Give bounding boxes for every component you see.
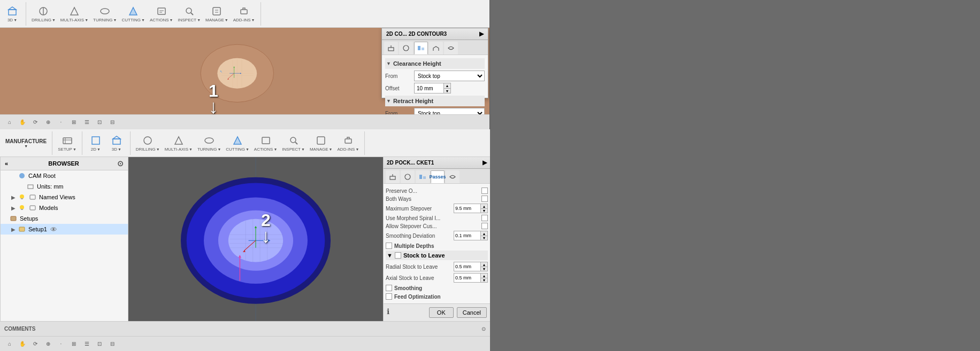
- dialog-content-left: ▼ Clearance Height From Stock top Offset…: [382, 55, 488, 114]
- both-ways-check[interactable]: [481, 196, 488, 202]
- 2d-icon: [89, 134, 102, 147]
- axial-up[interactable]: ▲: [480, 273, 488, 278]
- cancel-button-right[interactable]: Cancel: [457, 307, 487, 318]
- toolbar-btn-3d-right[interactable]: 3D ▼: [106, 131, 127, 155]
- toolbar-btn-actions-r[interactable]: ACTIONS ▼: [252, 131, 280, 155]
- toolbar-btn-manage[interactable]: MANAGE ▼: [203, 2, 231, 26]
- dialog-expand-right[interactable]: ▶: [483, 159, 487, 166]
- tree-item-camroot[interactable]: CAM Root: [1, 170, 128, 181]
- status-dot[interactable]: ·: [56, 117, 66, 128]
- r-status-pan[interactable]: ✋: [17, 339, 28, 349]
- section-stock-to-leave[interactable]: ▼ Stock to Leave: [386, 251, 488, 260]
- r-status-home[interactable]: ⌂: [4, 339, 15, 349]
- tree-label-setups: Setups: [20, 215, 38, 222]
- clearance-spin-down[interactable]: ▼: [443, 88, 451, 93]
- tree-item-setups[interactable]: Setups: [1, 213, 128, 224]
- toolbar-btn-inspect-r[interactable]: INSPECT ▼: [280, 131, 307, 155]
- r-status-zoom[interactable]: ⊕: [43, 339, 53, 349]
- dialog-tabs-left: [382, 40, 488, 55]
- tree-item-setup1[interactable]: ▶ Setup1: [1, 224, 128, 235]
- toolbar-btn-multiaxis-r[interactable]: MULTI-AXIS ▼: [163, 131, 195, 155]
- feed-opt-check[interactable]: [386, 293, 392, 300]
- tab-tool2[interactable]: [399, 42, 413, 54]
- setup1-eye-icon[interactable]: [49, 225, 58, 233]
- toolbar-btn-setup[interactable]: SETUP ▼: [56, 131, 79, 155]
- browser-collapse[interactable]: «: [5, 160, 8, 167]
- toolbar-btn-addins-r[interactable]: ADD-INS ▼: [335, 131, 362, 155]
- dialog-arrow-right[interactable]: ▶: [479, 30, 484, 37]
- multiple-depths-check[interactable]: [386, 243, 392, 249]
- dialog-header-left[interactable]: 2D CO... 2D CONTOUR3 ▶: [382, 28, 488, 40]
- toolbar-btn-cutting-r[interactable]: CUTTING ▼: [224, 131, 251, 155]
- browser-options[interactable]: ⊙: [117, 159, 124, 168]
- radial-up[interactable]: ▲: [480, 262, 488, 267]
- status-orbit[interactable]: ⟳: [30, 117, 41, 128]
- tree-item-named-views[interactable]: ▶ Named Views: [1, 192, 128, 202]
- toolbar-btn-addins[interactable]: ADD-INS ▼: [231, 2, 257, 26]
- smoothing-deviation-input[interactable]: 0.1 mm: [454, 231, 480, 240]
- tab-heights[interactable]: [414, 42, 428, 54]
- sd-up[interactable]: ▲: [480, 231, 488, 236]
- status-pan[interactable]: ✋: [17, 117, 28, 128]
- tab-r-heights[interactable]: [416, 170, 430, 183]
- radial-down[interactable]: ▼: [480, 267, 488, 271]
- max-stepover-up[interactable]: ▲: [480, 204, 488, 208]
- clearance-from-select[interactable]: Stock top: [414, 71, 485, 81]
- max-stepover-down[interactable]: ▼: [480, 208, 488, 213]
- ok-button-right[interactable]: OK: [429, 307, 454, 318]
- status-zoom[interactable]: ⊕: [43, 117, 53, 128]
- max-stepover-input[interactable]: 9.5 mm: [454, 204, 480, 213]
- addins-icon: [238, 5, 250, 18]
- toolbar-btn-manufacture[interactable]: MANUFACTURE ▼: [3, 131, 49, 155]
- toolbar-btn-manage-r[interactable]: MANAGE ▼: [308, 131, 335, 155]
- tab-tool1[interactable]: [384, 42, 398, 54]
- toolbar-btn-2d[interactable]: 2D ▼: [86, 131, 106, 155]
- r-status-grid[interactable]: ⊞: [68, 339, 79, 349]
- viewport-right[interactable]: 2 ↓: [128, 157, 383, 321]
- toolbar-btn-multiaxis[interactable]: MULTI-AXIS ▼: [58, 2, 90, 26]
- status-grid[interactable]: ⊞: [68, 117, 79, 128]
- r-status-dot[interactable]: ·: [56, 339, 66, 349]
- tree-item-units[interactable]: Units: mm: [1, 181, 128, 192]
- r-status-display[interactable]: ⊡: [94, 339, 105, 349]
- clearance-offset-input[interactable]: 10 mm: [414, 83, 443, 93]
- tab-passes[interactable]: [429, 42, 443, 54]
- tab-r-passes[interactable]: Passes: [431, 170, 445, 183]
- tab-r-linking[interactable]: [446, 170, 460, 183]
- morphed-check[interactable]: [481, 215, 488, 221]
- clearance-offset-label: Offset: [385, 85, 412, 91]
- section-clearance-height[interactable]: ▼ Clearance Height: [385, 58, 485, 69]
- tab-r-tool2[interactable]: [401, 170, 415, 183]
- toolbar-btn-actions[interactable]: ACTIONS ▼: [148, 2, 175, 26]
- toolbar-btn-drilling[interactable]: DRILLING ▼: [29, 2, 58, 26]
- r-status-layers[interactable]: ☰: [81, 339, 92, 349]
- section-retract-height[interactable]: ▼ Retract Height: [385, 96, 485, 106]
- toolbar-btn-turning-r[interactable]: TURNING ▼: [195, 131, 223, 155]
- toolbar-btn-drilling-r[interactable]: DRILLING ▼: [134, 131, 162, 155]
- toolbar-btn-turning[interactable]: TURNING ▼: [91, 2, 119, 26]
- toolbar-btn-3d[interactable]: 3D ▼: [2, 2, 22, 26]
- clearance-spin-up[interactable]: ▲: [443, 83, 451, 88]
- stl-check[interactable]: [395, 252, 401, 259]
- smoothing-check[interactable]: [386, 285, 392, 291]
- r-status-print[interactable]: ⊟: [107, 339, 118, 349]
- toolbar-btn-inspect[interactable]: INSPECT ▼: [175, 2, 203, 26]
- status-print[interactable]: ⊟: [107, 117, 118, 128]
- preserve-order-check[interactable]: [481, 188, 488, 194]
- status-home[interactable]: ⌂: [4, 117, 15, 128]
- radial-stock-input[interactable]: 0.5 mm: [454, 262, 480, 271]
- tree-item-models[interactable]: ▶ Models: [1, 202, 128, 213]
- allow-stepover-check[interactable]: [481, 223, 488, 229]
- retract-from-select[interactable]: Stock top: [414, 108, 485, 114]
- axial-stock-input[interactable]: 0.5 mm: [454, 273, 480, 283]
- status-layers[interactable]: ☰: [81, 117, 92, 128]
- tab-r-tool1[interactable]: [386, 170, 400, 183]
- axial-down[interactable]: ▼: [480, 278, 488, 283]
- r-status-orbit[interactable]: ⟳: [30, 339, 41, 349]
- toolbar-btn-cutting[interactable]: CUTTING ▼: [119, 2, 147, 26]
- status-display[interactable]: ⊡: [94, 117, 105, 128]
- tab-linking[interactable]: [444, 42, 458, 54]
- sd-down[interactable]: ▼: [480, 236, 488, 240]
- comments-close[interactable]: ⊙: [481, 326, 486, 332]
- dialog-header-right[interactable]: 2D POCK... CKET1 ▶: [384, 157, 490, 169]
